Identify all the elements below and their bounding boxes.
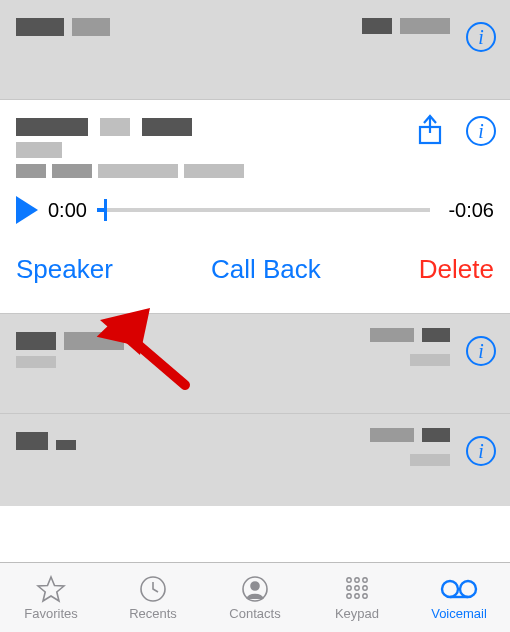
svg-marker-2: [38, 577, 64, 601]
svg-point-10: [355, 586, 359, 590]
tab-recents[interactable]: Recents: [102, 563, 204, 632]
svg-point-6: [347, 578, 351, 582]
info-icon[interactable]: i: [466, 336, 496, 366]
svg-point-11: [363, 586, 367, 590]
call-back-button[interactable]: Call Back: [211, 254, 321, 285]
voicemail-row-expanded: i 0:00 -0:06 Speaker Call Back Delete: [0, 100, 510, 314]
speaker-button[interactable]: Speaker: [16, 254, 113, 285]
tab-voicemail[interactable]: Voicemail: [408, 563, 510, 632]
share-icon[interactable]: [412, 112, 448, 148]
tab-favorites[interactable]: Favorites: [0, 563, 102, 632]
clock-icon: [139, 574, 167, 604]
play-icon[interactable]: [16, 196, 38, 224]
tab-label: Voicemail: [431, 606, 487, 621]
info-icon[interactable]: i: [466, 22, 496, 52]
tab-label: Favorites: [24, 606, 77, 621]
voicemail-list: i i 0:00: [0, 0, 510, 506]
star-icon: [36, 574, 66, 604]
tab-contacts[interactable]: Contacts: [204, 563, 306, 632]
voicemail-actions: Speaker Call Back Delete: [16, 254, 494, 285]
svg-point-12: [347, 594, 351, 598]
info-icon[interactable]: i: [466, 436, 496, 466]
keypad-icon: [343, 574, 371, 604]
voicemail-row[interactable]: i: [0, 414, 510, 506]
svg-point-13: [355, 594, 359, 598]
svg-point-8: [363, 578, 367, 582]
contacts-icon: [241, 574, 269, 604]
delete-button[interactable]: Delete: [419, 254, 494, 285]
svg-point-5: [251, 582, 259, 590]
voicemail-icon: [439, 574, 479, 604]
tab-keypad[interactable]: Keypad: [306, 563, 408, 632]
tab-label: Recents: [129, 606, 177, 621]
tab-label: Contacts: [229, 606, 280, 621]
playback-current-time: 0:00: [48, 199, 87, 222]
svg-point-15: [442, 581, 458, 597]
playback-scrubber[interactable]: [97, 208, 430, 212]
svg-point-9: [347, 586, 351, 590]
svg-point-16: [460, 581, 476, 597]
voicemail-row[interactable]: i: [0, 314, 510, 414]
voicemail-row[interactable]: i: [0, 0, 510, 100]
info-icon[interactable]: i: [466, 116, 496, 146]
svg-point-14: [363, 594, 367, 598]
svg-point-7: [355, 578, 359, 582]
tab-bar: Favorites Recents Contacts: [0, 562, 510, 632]
tab-label: Keypad: [335, 606, 379, 621]
playback-remaining-time: -0:06: [448, 199, 494, 222]
playback-controls: 0:00 -0:06: [16, 196, 494, 224]
